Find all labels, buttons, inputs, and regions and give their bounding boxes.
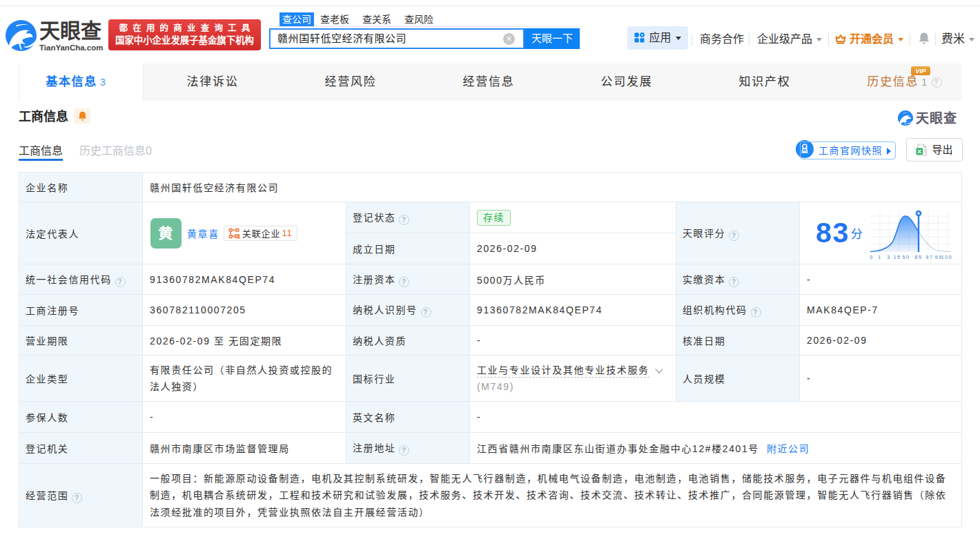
svg-text:50: 50 — [902, 255, 910, 260]
svg-text:97: 97 — [925, 255, 933, 260]
svg-text:85: 85 — [914, 255, 922, 260]
svg-text:企: 企 — [235, 233, 239, 238]
svg-text:1: 1 — [878, 255, 882, 260]
svg-text:3: 3 — [887, 255, 891, 260]
svg-text:15: 15 — [893, 255, 901, 260]
svg-text:0: 0 — [870, 255, 874, 260]
svg-text:100: 100 — [941, 255, 952, 260]
